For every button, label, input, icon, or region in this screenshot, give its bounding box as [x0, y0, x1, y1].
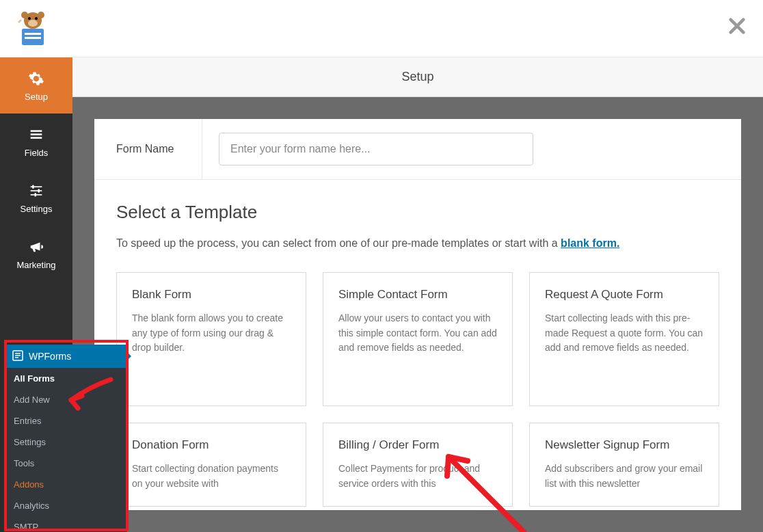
form-name-label: Form Name: [94, 119, 202, 179]
svg-rect-16: [38, 189, 40, 192]
template-title: Billing / Order Form: [338, 438, 497, 452]
template-desc: Add subscribers and grow your email list…: [545, 462, 704, 491]
template-card-newsletter[interactable]: Newsletter Signup Form Add subscribers a…: [529, 423, 719, 507]
bullhorn-icon: [27, 238, 45, 256]
svg-point-1: [21, 12, 28, 18]
blank-form-link[interactable]: blank form.: [561, 237, 619, 249]
wp-subitem-settings[interactable]: Settings: [5, 431, 127, 453]
list-icon: [27, 126, 45, 144]
wp-subitem-addons[interactable]: Addons: [5, 474, 127, 495]
template-desc: Start collecting leads with this pre-mad…: [545, 311, 704, 356]
sidebar-item-label: Settings: [21, 204, 53, 214]
svg-rect-10: [31, 133, 42, 135]
template-card-request-quote[interactable]: Request A Quote Form Start collecting le…: [529, 272, 719, 406]
wp-subitem-entries[interactable]: Entries: [5, 410, 127, 431]
wp-submenu-head[interactable]: WPForms: [5, 345, 127, 368]
wp-admin-submenu: WPForms All Forms Add New Entries Settin…: [5, 345, 127, 532]
main-area: Setup Form Name Select a Template To spe…: [72, 57, 763, 532]
template-card-billing[interactable]: Billing / Order Form Collect Payments fo…: [323, 423, 513, 507]
template-card-simple-contact[interactable]: Simple Contact Form Allow your users to …: [323, 272, 513, 406]
svg-rect-20: [15, 355, 21, 356]
template-section-title: Select a Template: [116, 202, 719, 223]
svg-rect-11: [31, 137, 42, 139]
template-desc: Allow your users to contact you with thi…: [338, 311, 497, 356]
template-title: Newsletter Signup Form: [545, 438, 704, 452]
template-title: Donation Form: [132, 438, 291, 452]
svg-point-5: [35, 17, 38, 20]
template-title: Request A Quote Form: [545, 288, 704, 302]
wp-subitem-analytics[interactable]: Analytics: [5, 495, 127, 516]
svg-rect-8: [25, 37, 41, 39]
sidebar-item-label: Setup: [25, 92, 48, 102]
svg-rect-7: [25, 33, 41, 35]
template-desc: The blank form allows you to create any …: [132, 311, 291, 356]
setup-panel: Form Name Select a Template To speed up …: [94, 119, 741, 510]
svg-rect-13: [31, 190, 42, 191]
template-card-donation[interactable]: Donation Form Start collecting donation …: [116, 423, 306, 507]
sidebar-item-label: Fields: [25, 148, 49, 158]
close-button[interactable]: [727, 16, 747, 38]
gear-icon: [27, 70, 45, 88]
wp-subitem-add-new[interactable]: Add New: [5, 389, 127, 410]
template-section-desc: To speed up the process, you can select …: [116, 235, 719, 252]
sidebar-item-fields[interactable]: Fields: [0, 114, 72, 170]
sidebar-item-marketing[interactable]: Marketing: [0, 226, 72, 282]
top-bar: [0, 0, 763, 57]
page-title: Setup: [72, 57, 763, 97]
template-title: Simple Contact Form: [338, 288, 497, 302]
form-name-input[interactable]: [219, 133, 533, 165]
svg-point-2: [38, 12, 44, 18]
form-icon: [12, 350, 23, 363]
svg-point-3: [28, 20, 38, 27]
wp-subitem-all-forms[interactable]: All Forms: [5, 368, 127, 389]
wp-subitem-smtp[interactable]: SMTP: [5, 516, 127, 532]
svg-rect-9: [31, 130, 42, 132]
sliders-icon: [27, 182, 45, 200]
template-desc: Collect Payments for product and service…: [338, 462, 497, 491]
template-desc: Start collecting donation payments on yo…: [132, 462, 291, 491]
wpforms-logo: [12, 8, 53, 49]
sidebar-item-label: Marketing: [16, 260, 55, 270]
svg-rect-17: [35, 193, 37, 196]
templates-grid: Blank Form The blank form allows you to …: [116, 272, 719, 507]
svg-rect-21: [15, 357, 18, 358]
svg-point-4: [28, 17, 31, 20]
sidebar-item-setup[interactable]: Setup: [0, 57, 72, 114]
template-title: Blank Form: [132, 288, 291, 302]
template-card-blank[interactable]: Blank Form The blank form allows you to …: [116, 272, 306, 406]
svg-rect-19: [15, 353, 21, 354]
wp-subitem-tools[interactable]: Tools: [5, 453, 127, 474]
svg-rect-15: [32, 185, 34, 188]
sidebar-item-settings[interactable]: Settings: [0, 170, 72, 226]
